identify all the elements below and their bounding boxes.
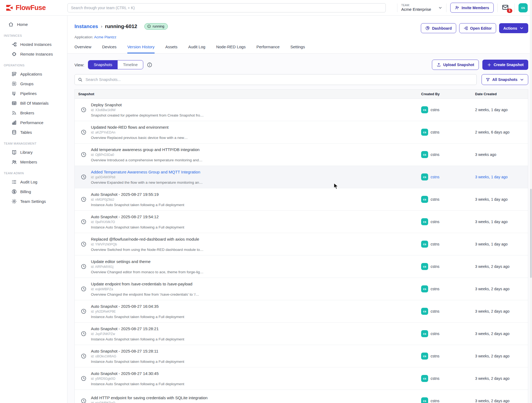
upload-snapshot-button[interactable]: Upload Snapshot <box>432 60 479 70</box>
snapshot-row[interactable]: Update editor settings and themeid: AlRP… <box>75 255 528 278</box>
snapshot-title[interactable]: Replaced @flowfuse/node-red-dashboard wi… <box>91 237 203 241</box>
sidebar-item-bill-of-materials[interactable]: Bill Of Materials <box>0 98 67 108</box>
tab-settings[interactable]: Settings <box>290 45 305 53</box>
snapshot-title[interactable]: Auto Snapshot - 2025-08-27 15:28:21 <box>91 326 184 331</box>
sidebar-item-hosted-instances[interactable]: Hosted Instances <box>0 39 67 49</box>
scrollbar-thumb[interactable] <box>530 189 532 278</box>
clock-icon <box>81 129 87 135</box>
date-created: 2 weeks, 1 day ago <box>475 108 528 112</box>
snapshot-title[interactable]: Updated Node-RED flows and environment <box>91 125 188 129</box>
creator-avatar: cs <box>421 151 428 158</box>
tab-overview[interactable]: Overview <box>74 45 91 53</box>
snapshot-id: id: YWVPzN0PQb <box>91 243 203 246</box>
creator-avatar: cs <box>421 218 428 225</box>
clock-icon <box>81 398 87 403</box>
snapshot-description: Snapshot created for pipeline deployment… <box>91 113 204 117</box>
dashboard-button[interactable]: Dashboard <box>421 23 456 33</box>
creator-name: cstns <box>431 399 439 403</box>
snapshot-id: id: yN2DReKP9E <box>91 310 184 313</box>
snapshot-description: Overview Changed the endpoint flow from … <box>91 292 199 296</box>
sidebar-item-brokers[interactable]: Brokers <box>0 108 67 118</box>
clock-icon <box>81 353 87 359</box>
snapshot-row[interactable]: Added Temperature Awareness Group and MQ… <box>75 166 528 188</box>
snapshot-title[interactable]: Auto Snapshot - 2025-08-27 16:04:35 <box>91 304 184 309</box>
breadcrumb-instances-link[interactable]: Instances <box>74 23 98 29</box>
snapshot-row[interactable]: Auto Snapshot - 2025-08-27 14:30:45id: y… <box>75 367 528 390</box>
toggle-timeline[interactable]: Timeline <box>118 60 143 69</box>
snapshot-row[interactable]: Replaced @flowfuse/node-red-dashboard wi… <box>75 233 528 255</box>
application-link[interactable]: Acme Plantzz <box>94 35 117 39</box>
sidebar-item-tables[interactable]: Tables <box>0 127 67 137</box>
user-avatar[interactable]: cs <box>519 3 528 12</box>
pie-chart-icon <box>425 26 430 30</box>
create-snapshot-button[interactable]: Create Snapshot <box>482 60 528 70</box>
snapshot-row[interactable]: Updated Node-RED flows and environmentid… <box>75 121 528 144</box>
sidebar-item-applications[interactable]: Applications <box>0 69 67 79</box>
pipelines-icon <box>11 91 17 96</box>
page-scrollbar[interactable] <box>530 0 532 403</box>
snapshot-title[interactable]: Auto Snapshot - 2025-08-27 15:28:11 <box>91 349 184 353</box>
snapshot-row[interactable]: Add temperature awareness group and HTTP… <box>75 144 528 166</box>
sidebar-item-library[interactable]: Library <box>0 147 67 157</box>
snapshot-row[interactable]: Auto Snapshot - 2025-08-27 15:28:11id: o… <box>75 345 528 367</box>
date-created: 3 weeks, 2 days ago <box>475 264 528 269</box>
table-body: Deploy Snapshotid: X3o6Bw1k9WSnapshot cr… <box>75 99 528 403</box>
tab-version-history[interactable]: Version History <box>127 45 155 53</box>
status-badge-label: running <box>153 24 164 28</box>
clock-icon <box>81 375 87 381</box>
sidebar-item-remote-instances[interactable]: Remote Instances <box>0 49 67 59</box>
snapshot-filter-dropdown[interactable]: All Snapshots <box>482 74 528 85</box>
tab-node-red-logs[interactable]: Node-RED Logs <box>216 45 245 53</box>
sidebar-item-team-settings[interactable]: Team Settings <box>0 196 67 206</box>
snapshot-id: id: nMGP0jZ6dJ <box>91 198 184 202</box>
team-selector[interactable]: TEAM: Acme Enterprise <box>401 4 442 12</box>
sidebar-item-performance[interactable]: Performance <box>0 118 67 127</box>
tab-assets[interactable]: Assets <box>165 45 178 53</box>
snapshot-title[interactable]: Update endpoint from /save-credentials t… <box>91 282 199 286</box>
snapshot-title[interactable]: Update editor settings and theme <box>91 259 203 264</box>
open-editor-label: Open Editor <box>470 26 492 30</box>
tab-devices[interactable]: Devices <box>102 45 117 53</box>
sidebar-item-billing[interactable]: Billing <box>0 187 67 196</box>
tab-audit-log[interactable]: Audit Log <box>188 45 205 53</box>
snapshot-row[interactable]: Auto Snapshot - 2025-08-27 19:55:19id: n… <box>75 188 528 211</box>
date-created: 3 weeks, 1 day ago <box>475 242 528 246</box>
notifications-button[interactable]: 5 <box>502 4 511 12</box>
snapshot-row[interactable]: Auto Snapshot - 2025-08-27 16:04:35id: y… <box>75 300 528 323</box>
snapshot-search-input[interactable] <box>74 74 477 85</box>
open-editor-button[interactable]: Open Editor <box>459 23 496 33</box>
snapshot-id: id: aKZPYvEDAn <box>91 131 188 134</box>
node-editor-icon <box>463 26 468 30</box>
snapshot-row[interactable]: Add HTTP endpoint for saving credentials… <box>75 390 528 403</box>
sidebar-item-label: Audit Log <box>20 180 37 184</box>
upload-icon <box>436 63 441 67</box>
snapshot-row[interactable]: Auto Snapshot - 2025-08-27 15:28:21id: J… <box>75 323 528 345</box>
toggle-snapshots[interactable]: Snapshots <box>88 60 118 69</box>
tab-performance[interactable]: Performance <box>256 45 279 53</box>
sidebar-item-pipelines[interactable]: Pipelines <box>0 88 67 98</box>
flowfuse-logo[interactable]: FlowFuse <box>5 4 67 12</box>
snapshot-title[interactable]: Deploy Snapshot <box>91 103 204 107</box>
sidebar-item-groups[interactable]: Groups <box>0 79 67 88</box>
sidebar-item-label: Remote Instances <box>20 52 53 56</box>
snapshot-title[interactable]: Added Temperature Awareness Group and MQ… <box>91 170 203 174</box>
snapshot-row[interactable]: Update endpoint from /save-credentials t… <box>75 278 528 300</box>
invite-members-button[interactable]: Invite Members <box>450 3 494 13</box>
snapshot-row[interactable]: Deploy Snapshotid: X3o6Bw1k9WSnapshot cr… <box>75 99 528 121</box>
clock-icon <box>81 241 87 247</box>
snapshot-title[interactable]: Auto Snapshot - 2025-08-27 19:55:19 <box>91 192 184 197</box>
actions-button[interactable]: Actions <box>499 23 528 33</box>
snapshot-id: id: 0jwPAXMk7O <box>91 220 184 224</box>
team-search-input[interactable] <box>67 3 386 12</box>
snapshot-title[interactable]: Auto Snapshot - 2025-08-27 14:30:45 <box>91 371 184 376</box>
creator-avatar: cs <box>421 129 428 136</box>
snapshot-title[interactable]: Auto Snapshot - 2025-08-27 19:54:12 <box>91 214 184 219</box>
snapshot-title[interactable]: Add HTTP endpoint for saving credentials… <box>91 395 207 400</box>
snapshot-row[interactable]: Auto Snapshot - 2025-08-27 19:54:12id: 0… <box>75 211 528 233</box>
info-icon[interactable] <box>147 62 152 68</box>
snapshot-title[interactable]: Add temperature awareness group and HTTP… <box>91 147 202 152</box>
groups-icon <box>11 81 17 87</box>
sidebar-item-home[interactable]: Home <box>0 19 67 29</box>
sidebar-item-members[interactable]: Members <box>0 157 67 167</box>
sidebar-item-audit-log[interactable]: Audit Log <box>0 177 67 187</box>
